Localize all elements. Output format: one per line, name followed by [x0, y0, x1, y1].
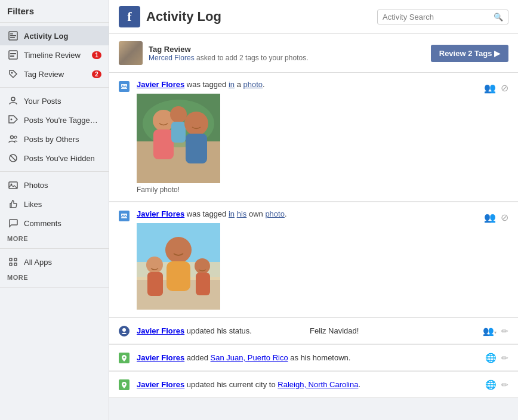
map-icon-hometown — [119, 353, 130, 363]
activity-list: Javier Flores was tagged in a photo. — [109, 73, 518, 398]
photos-icon — [7, 179, 19, 191]
search-icon[interactable]: 🔍 — [494, 13, 503, 21]
item2-photo — [137, 223, 220, 310]
item2-his-link[interactable]: his — [237, 209, 247, 218]
timeline-icon — [7, 49, 19, 61]
item4-icon-col — [119, 353, 137, 363]
item2-photo-link[interactable]: photo — [265, 209, 285, 218]
search-box[interactable]: 🔍 — [377, 10, 508, 24]
svg-rect-31 — [186, 134, 207, 163]
friends-icon[interactable]: 👥 — [484, 82, 496, 94]
svg-rect-16 — [10, 258, 12, 261]
likes-icon — [7, 198, 19, 210]
sidebar-section-2: Your Posts Posts You're Tagged ... Posts… — [0, 88, 109, 172]
block-icon[interactable]: ⊘ — [501, 82, 508, 94]
item2-in-link[interactable]: in — [229, 209, 235, 218]
item1-icon-col — [119, 80, 137, 92]
item4-location-link[interactable]: San Juan, Puerto Rico — [211, 353, 288, 362]
sidebar-section-4: All Apps MORE — [0, 249, 109, 288]
table-row: Javier Flores was tagged in his own phot… — [109, 202, 518, 317]
item1-actions: 👥 ⊘ — [484, 82, 508, 94]
posts-hidden-icon — [7, 152, 19, 164]
facebook-logo: f — [119, 6, 140, 27]
your-posts-icon — [7, 95, 19, 107]
item2-photo-box — [137, 223, 478, 310]
photo-tag-icon-2 — [119, 211, 130, 221]
photo-tag-icon — [119, 81, 130, 92]
sidebar-item-tag-review[interactable]: Tag Review 2 — [0, 64, 109, 84]
svg-point-10 — [11, 136, 14, 139]
table-row: Javier Flores added San Juan, Puerto Ric… — [109, 345, 518, 371]
sidebar-item-posts-hidden-label: Posts You've Hidden — [24, 154, 101, 163]
main-header: f Activity Log 🔍 — [109, 0, 518, 34]
item5-actions: 🌐 ✏ — [485, 379, 508, 390]
item3-status-text-area: Feliz Navidad! — [304, 326, 477, 335]
friends-icon-2[interactable]: 👥 — [484, 212, 496, 223]
svg-point-7 — [11, 72, 13, 74]
main-content: f Activity Log 🔍 Tag Review Merced Flore… — [109, 0, 518, 420]
svg-rect-3 — [10, 37, 15, 38]
pencil-icon-5[interactable]: ✏ — [501, 380, 508, 390]
sidebar-item-activity-log-label: Activity Log — [24, 32, 101, 41]
svg-point-45 — [124, 356, 125, 358]
sidebar-item-photos-label: Photos — [24, 181, 101, 190]
sidebar-item-likes[interactable]: Likes — [0, 194, 109, 214]
section-3-more[interactable]: MORE — [0, 233, 109, 245]
svg-point-11 — [14, 136, 17, 138]
svg-point-28 — [170, 106, 187, 123]
sidebar: Filters Activity Log Timeline Review 1 — [0, 0, 109, 420]
tag-review-left: Tag Review Merced Flores asked to add 2 … — [119, 41, 308, 65]
sidebar-item-timeline-review[interactable]: Timeline Review 1 — [0, 45, 109, 64]
svg-rect-39 — [166, 261, 190, 291]
block-icon-2[interactable]: ⊘ — [501, 212, 508, 223]
sidebar-item-your-posts-label: Your Posts — [24, 97, 101, 106]
item3-actions: 👥▾ ✏ — [483, 326, 508, 336]
section-4-more[interactable]: MORE — [0, 271, 109, 283]
item5-person-link[interactable]: Javier Flores — [137, 380, 184, 389]
sidebar-item-posts-hidden[interactable]: Posts You've Hidden — [0, 149, 109, 168]
review-tags-button[interactable]: Review 2 Tags ▶ — [431, 45, 508, 62]
item5-city-link[interactable]: Raleigh, North Carolina — [278, 380, 358, 389]
svg-rect-43 — [196, 273, 210, 295]
sidebar-item-posts-tagged[interactable]: Posts You're Tagged ... — [0, 110, 109, 129]
svg-rect-6 — [10, 55, 14, 57]
tag-review-subtitle-suffix: asked to add 2 tags to your photos. — [195, 54, 309, 62]
posts-tagged-icon — [7, 114, 19, 126]
item4-person-link[interactable]: Javier Flores — [137, 353, 184, 362]
sidebar-item-your-posts[interactable]: Your Posts — [0, 91, 109, 110]
item4-actions: 🌐 ✏ — [485, 353, 508, 363]
sidebar-header: Filters — [0, 0, 109, 23]
sidebar-item-posts-by-others[interactable]: Posts by Others — [0, 129, 109, 149]
activity-log-icon — [7, 30, 19, 42]
svg-rect-24 — [137, 141, 220, 183]
item1-person-link[interactable]: Javier Flores — [137, 80, 184, 89]
search-input[interactable] — [383, 13, 494, 21]
posts-by-others-icon — [7, 133, 19, 145]
item5-content: Javier Flores updated his current city t… — [137, 380, 479, 389]
friends-dropdown-icon[interactable]: 👥▾ — [483, 326, 497, 336]
svg-point-46 — [124, 383, 125, 385]
timeline-review-badge: 1 — [92, 51, 101, 59]
svg-rect-27 — [153, 129, 174, 159]
item1-in-link[interactable]: in — [229, 80, 235, 89]
svg-rect-18 — [10, 263, 12, 265]
item1-photo-link[interactable]: photo — [243, 80, 263, 89]
tag-review-subtitle: Merced Flores asked to add 2 tags to you… — [149, 54, 308, 62]
item3-person-link[interactable]: Javier Flores — [137, 326, 184, 335]
sidebar-item-activity-log[interactable]: Activity Log — [0, 26, 109, 45]
tag-review-person-link[interactable]: Merced Flores — [149, 54, 195, 62]
item3-icon-col — [119, 326, 137, 336]
globe-icon-5[interactable]: 🌐 — [485, 379, 497, 390]
sidebar-item-all-apps[interactable]: All Apps — [0, 252, 109, 271]
comments-icon — [7, 217, 19, 229]
item1-photo — [137, 94, 220, 183]
item2-person-link[interactable]: Javier Flores — [137, 209, 184, 218]
table-row: Javier Flores was tagged in a photo. — [109, 73, 518, 202]
sidebar-item-photos[interactable]: Photos — [0, 175, 109, 194]
sidebar-item-comments[interactable]: Comments — [0, 214, 109, 233]
pencil-icon[interactable]: ✏ — [501, 326, 508, 336]
svg-point-8 — [11, 97, 15, 101]
pencil-icon-4[interactable]: ✏ — [501, 353, 508, 363]
globe-icon[interactable]: 🌐 — [485, 353, 497, 363]
item2-text: Javier Flores was tagged in his own phot… — [137, 209, 478, 218]
